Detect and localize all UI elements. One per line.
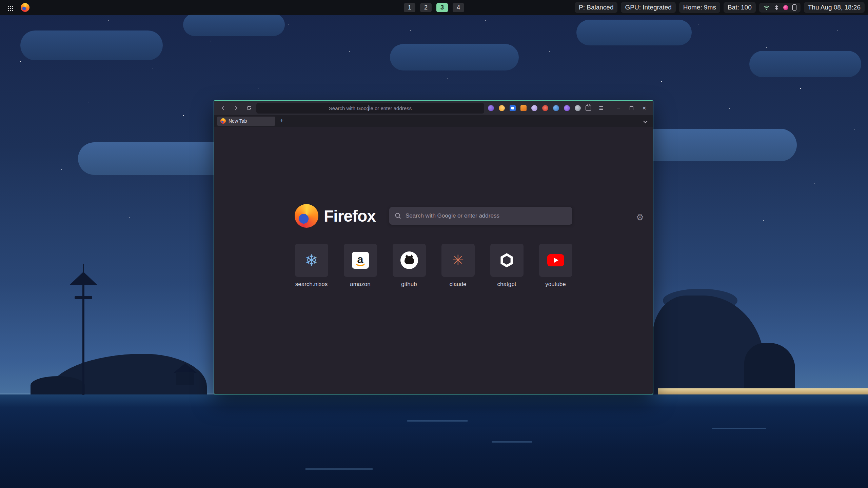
extension-button-4[interactable] (520, 105, 527, 111)
shortcut-tile: ✳ (441, 244, 475, 277)
firefox-icon (21, 3, 29, 12)
extension-button-3[interactable] (510, 105, 516, 111)
urlbar-input[interactable] (256, 103, 484, 114)
firefox-wordmark: Firefox (324, 207, 376, 225)
tab-bar: New Tab + (214, 115, 653, 127)
maximize-icon (630, 106, 633, 110)
shortcut-github[interactable]: github (393, 244, 426, 288)
wallpaper-island-right (744, 343, 795, 394)
reload-button[interactable] (243, 103, 254, 114)
firefox-favicon (220, 118, 226, 124)
wallpaper-cloud (641, 129, 797, 161)
shortcut-amazon[interactable]: a amazon (344, 244, 377, 288)
shortcut-label: github (393, 281, 426, 288)
extension-buttons: ≡ (487, 103, 608, 114)
extension-button-6[interactable] (542, 105, 548, 111)
tab-title: New Tab (229, 118, 247, 124)
claude-icon: ✳ (452, 253, 464, 267)
shortcut-label: claude (441, 281, 475, 288)
shortcut-tile: a (344, 244, 377, 277)
new-tab-page: ⚙ Firefox ❄ (214, 204, 653, 394)
firefox-taskbar-button[interactable] (19, 2, 31, 13)
text-caret (369, 105, 369, 111)
shortcut-tile (393, 244, 426, 277)
bluetooth-icon[interactable] (774, 4, 779, 11)
extension-button-8[interactable] (564, 105, 570, 111)
workspace-button-1[interactable]: 1 (404, 3, 415, 12)
wallpaper-cloud (390, 44, 519, 70)
github-icon (400, 251, 418, 269)
wallpaper-shimmer (305, 468, 373, 470)
menu-button[interactable]: ≡ (596, 103, 607, 114)
window-controls: − × (613, 103, 649, 113)
shortcut-search-nixos[interactable]: ❄ search.nixos (295, 244, 328, 288)
new-tab-button[interactable]: + (277, 117, 286, 125)
workspace-button-4[interactable]: 4 (453, 3, 464, 12)
newtab-hero: Firefox (214, 204, 653, 228)
wallpaper-watchtower (75, 296, 92, 299)
octocat-icon (405, 256, 414, 264)
settings-gear-button[interactable]: ⚙ (636, 213, 644, 222)
shortcut-tile: ❄ (295, 244, 328, 277)
shortcut-youtube[interactable]: youtube (539, 244, 572, 288)
urlbar[interactable] (256, 103, 484, 114)
wallpaper-ocean (0, 394, 868, 488)
wallpaper-beach (658, 388, 868, 394)
maximize-button[interactable] (626, 103, 636, 113)
extension-button-1[interactable] (488, 105, 494, 111)
extension-button-7[interactable] (553, 105, 559, 111)
close-button[interactable]: × (639, 103, 649, 113)
power-profile-module[interactable]: P: Balanced (575, 2, 617, 13)
chatgpt-icon (500, 253, 514, 267)
wallpaper-cloud (576, 20, 692, 45)
shortcut-claude[interactable]: ✳ claude (441, 244, 475, 288)
firefox-brand: Firefox (295, 204, 376, 228)
tab-overflow-button[interactable] (640, 117, 650, 125)
tab-new-tab[interactable]: New Tab (217, 117, 275, 126)
wallpaper-cloud (183, 14, 285, 36)
apps-grid-icon (8, 6, 9, 7)
battery-module[interactable]: Bat: 100 (724, 2, 756, 13)
shortcut-label: chatgpt (490, 281, 524, 288)
wallpaper-shimmer (407, 420, 468, 422)
extension-button-9[interactable] (575, 105, 581, 111)
wallpaper-cloud (749, 51, 861, 77)
clock-module[interactable]: Thu Aug 08, 18:26 (804, 2, 865, 13)
search-icon (395, 212, 401, 219)
firefox-logo (295, 204, 318, 228)
back-button[interactable] (218, 103, 229, 114)
workspace-button-2[interactable]: 2 (420, 3, 432, 12)
shortcut-grid: ❄ search.nixos a amazon (214, 244, 653, 288)
wallpaper-hut (176, 372, 194, 385)
desktop: 1 2 3 4 P: Balanced GPU: Integrated Home… (0, 0, 868, 488)
wallpaper-watchtower (83, 264, 84, 274)
app-launcher-button[interactable] (3, 2, 16, 13)
taskbar-right: P: Balanced GPU: Integrated Home: 9ms Ba… (575, 2, 865, 13)
extension-button-5[interactable] (531, 105, 537, 111)
minimize-button[interactable]: − (613, 103, 624, 113)
taskbar: 1 2 3 4 P: Balanced GPU: Integrated Home… (0, 0, 868, 15)
forward-button[interactable] (231, 103, 241, 114)
chevron-down-icon (643, 119, 648, 123)
amazon-icon: a (352, 252, 369, 269)
wallpaper-island-left (31, 376, 85, 394)
shortcut-label: amazon (344, 281, 377, 288)
phone-icon[interactable] (792, 4, 796, 11)
gpu-module[interactable]: GPU: Integrated (621, 2, 675, 13)
extension-button-2[interactable] (499, 105, 505, 111)
latency-module[interactable]: Home: 9ms (679, 2, 720, 13)
shortcut-tile (539, 244, 572, 277)
wallpaper-hut (174, 363, 197, 373)
youtube-icon (547, 254, 564, 266)
wifi-icon[interactable] (763, 5, 770, 10)
newtab-search[interactable] (389, 207, 572, 225)
shortcut-label: search.nixos (295, 281, 328, 288)
amazon-smile-icon (356, 263, 365, 266)
color-indicator-icon[interactable] (783, 5, 788, 10)
newtab-search-input[interactable] (389, 207, 572, 225)
wallpaper-shimmer (712, 428, 766, 429)
extensions-puzzle-button[interactable] (586, 105, 591, 111)
shortcut-chatgpt[interactable]: chatgpt (490, 244, 524, 288)
shortcut-tile (490, 244, 524, 277)
workspace-button-3[interactable]: 3 (436, 3, 448, 12)
